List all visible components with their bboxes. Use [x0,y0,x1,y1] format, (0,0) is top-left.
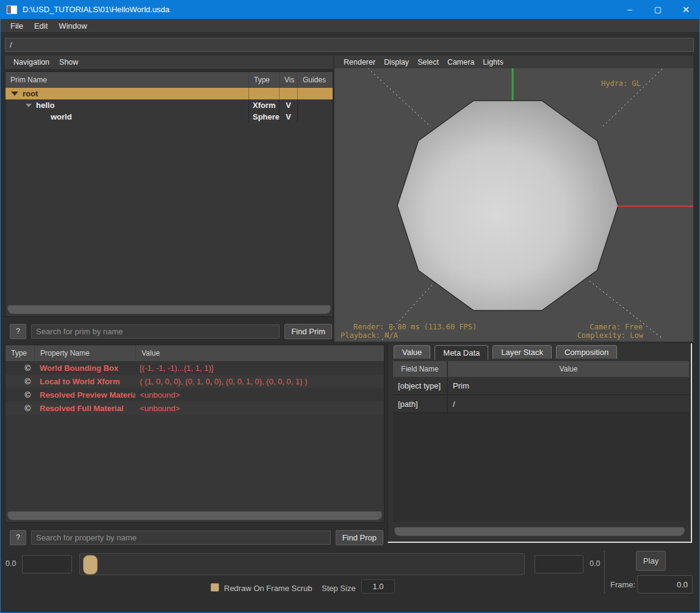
property-row[interactable]: © Resolved Preview Material <unbound> [5,388,384,401]
prim-vis-label[interactable]: V [279,99,297,111]
expand-arrow-icon[interactable] [11,91,18,96]
prim-search-row: ? Find Prim [5,324,333,339]
prim-guides-cell [297,88,333,99]
prim-search-input[interactable] [31,324,280,339]
prim-type-label: Xform [248,99,279,111]
prim-panel-menubar: Navigation Show [5,56,333,69]
expand-arrow-icon[interactable] [26,104,32,107]
hud-renderer: Hydra: GL [601,79,641,88]
property-value: ( (1, 0, 0, 0), (0, 1, 0, 0), (0, 0, 1, … [135,377,384,386]
prim-name-label: root [23,89,38,98]
prim-vis-label[interactable]: V [279,111,297,123]
tab-meta-data[interactable]: Meta Data [435,345,488,360]
menu-display[interactable]: Display [380,58,413,66]
find-prim-button[interactable]: Find Prim [284,324,332,339]
property-table: Type Property Name Value © World Boundin… [5,345,384,523]
metadata-value: Prim [447,377,689,394]
menu-navigation[interactable]: Navigation [9,58,54,66]
column-header-guides[interactable]: Guides [297,72,333,88]
menu-camera[interactable]: Camera [443,58,478,66]
property-value: <unbound> [135,404,384,413]
start-frame-input[interactable] [22,555,72,573]
maximize-icon[interactable]: ▢ [644,0,672,19]
titlebar: D:\USD_TUTORIALS\01\HelloWorld.usda – ▢ … [0,0,700,19]
metadata-field: [path] [393,395,447,412]
light-guide-line [601,69,662,128]
start-frame-label: 0.0 [5,559,16,568]
tab-composition[interactable]: Composition [556,345,617,359]
computed-icon: © [5,364,34,373]
column-header-property-name[interactable]: Property Name [34,345,135,361]
menu-renderer[interactable]: Renderer [339,58,380,66]
frame-field-label: Frame: [610,580,635,589]
redraw-checkbox-label: Redraw On Frame Scrub [224,584,312,593]
play-button[interactable]: Play [636,551,666,571]
inspector-tabs: Value Meta Data Layer Stack Composition [394,345,617,359]
column-header-value[interactable]: Value [135,345,384,361]
menu-file[interactable]: File [5,21,29,30]
end-frame-input[interactable] [535,555,583,573]
metadata-table-header: Field Name Value [393,361,689,377]
computed-icon: © [5,390,34,400]
window-controls: – ▢ ✕ [616,0,700,19]
hud-complexity: Complexity: Low [577,331,644,340]
tree-row-hello[interactable]: hello Xform V [5,99,333,111]
prim-tree-hscrollbar[interactable] [7,305,331,314]
menu-show[interactable]: Show [54,58,83,66]
computed-icon: © [5,377,34,386]
column-header-vis[interactable]: Vis [279,72,297,88]
frame-input[interactable] [637,575,693,593]
prim-tree: Prim Name Type Vis Guides root hello Xfo… [5,71,333,317]
frame-slider[interactable] [79,553,525,575]
window-title: D:\USD_TUTORIALS\01\HelloWorld.usda [23,5,170,14]
property-row[interactable]: © World Bounding Box [(-1, -1, -1)...(1,… [5,361,384,375]
frame-slider-handle[interactable] [83,555,98,575]
step-size-input[interactable] [361,579,395,593]
prim-path-input[interactable] [5,38,694,52]
redraw-checkbox[interactable] [211,583,219,592]
property-name: Resolved Full Material [34,404,135,413]
minimize-icon[interactable]: – [616,0,644,19]
prim-vis-label[interactable] [279,88,297,99]
property-search-input[interactable] [31,531,331,545]
property-name: Local to World Xform [34,377,135,386]
viewport-menubar: Renderer Display Select Camera Lights [334,56,693,68]
column-header-type[interactable]: Type [5,345,34,361]
step-size-label: Step Size [322,584,356,593]
metadata-hscrollbar[interactable] [394,527,685,536]
property-table-hscrollbar[interactable] [7,511,382,520]
property-name: Resolved Preview Material [34,390,135,400]
prim-name-label: world [51,112,72,121]
metadata-table: Field Name Value [object type] Prim [pat… [393,361,689,522]
sphere-prim[interactable] [397,101,618,310]
prim-name-label: hello [36,101,54,110]
end-frame-label: 0.0 [590,559,600,568]
prim-guides-cell [297,99,333,111]
find-prop-button[interactable]: Find Prop [336,530,383,545]
prim-search-help-button[interactable]: ? [10,324,26,339]
property-name: World Bounding Box [34,364,135,373]
column-header-prim-name[interactable]: Prim Name [5,72,248,88]
tab-layer-stack[interactable]: Layer Stack [493,345,552,359]
menu-edit[interactable]: Edit [29,21,53,30]
property-row[interactable]: © Local to World Xform ( (1, 0, 0, 0), (… [5,375,384,388]
tree-row-root[interactable]: root [5,88,333,99]
metadata-field: [object type] [393,377,447,394]
viewport-canvas[interactable]: Hydra: GL Render: 8.80 ms (113.60 FPS) P… [334,68,693,342]
property-search-help-button[interactable]: ? [10,530,26,545]
close-icon[interactable]: ✕ [672,0,700,19]
tab-value[interactable]: Value [394,345,430,359]
menu-select[interactable]: Select [413,58,443,66]
menu-lights[interactable]: Lights [478,58,507,66]
property-value: <unbound> [135,390,384,400]
column-header-value[interactable]: Value [447,361,689,377]
prim-tree-header: Prim Name Type Vis Guides [5,72,333,88]
tree-row-world[interactable]: world Sphere V [5,111,333,123]
inspector-panel: Value Meta Data Layer Stack Composition … [388,343,692,543]
column-header-type[interactable]: Type [248,72,279,88]
column-header-field-name[interactable]: Field Name [393,361,447,377]
property-row[interactable]: © Resolved Full Material <unbound> [5,401,384,415]
menu-window[interactable]: Window [53,21,92,30]
metadata-row[interactable]: [object type] Prim [393,377,689,395]
metadata-row[interactable]: [path] / [393,395,689,414]
